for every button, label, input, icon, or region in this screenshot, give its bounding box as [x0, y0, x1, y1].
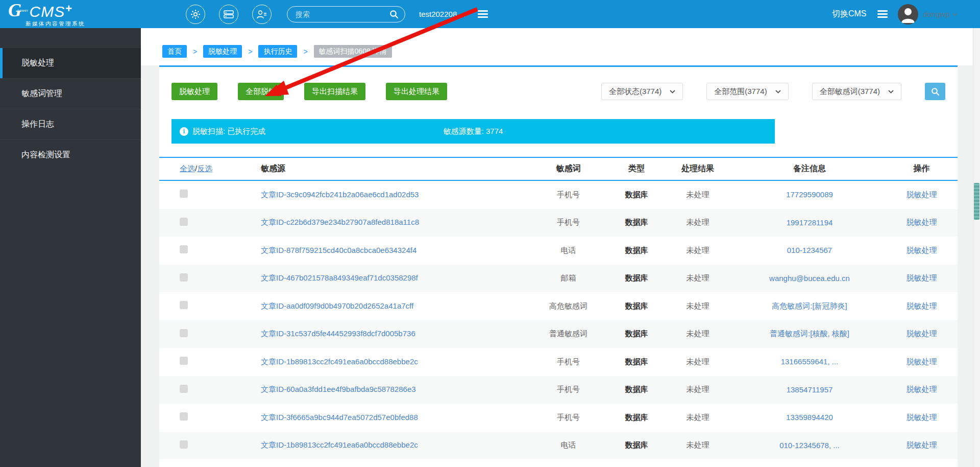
remark-link[interactable]: 13854711957: [787, 385, 833, 394]
desensitize-action-link[interactable]: 脱敏处理: [906, 385, 937, 393]
remark-link[interactable]: 010-1234567: [787, 246, 832, 254]
desensitize-action-link[interactable]: 脱敏处理: [906, 301, 937, 310]
source-link[interactable]: 文章ID-aa0df09f9d0b4970b20d2652a41a7cff: [261, 301, 413, 310]
desensitize-action-link[interactable]: 脱敏处理: [906, 246, 937, 254]
row-checkbox[interactable]: [180, 357, 188, 365]
row-checkbox[interactable]: [180, 412, 188, 421]
breadcrumb-separator: >: [193, 48, 197, 56]
switch-cms-button[interactable]: 切换CMS: [832, 9, 867, 19]
logo-plus-text: +: [65, 3, 72, 14]
desensitize-action-link[interactable]: 脱敏处理: [906, 218, 937, 226]
remark-link[interactable]: wanghu@bucea.edu.cn: [769, 274, 850, 283]
source-link[interactable]: 文章ID-467b021578a849349eaf71dc0358298f: [261, 273, 418, 282]
row-checkbox[interactable]: [180, 301, 188, 309]
sidebar-item-sensitive-words[interactable]: 敏感词管理: [0, 78, 141, 109]
col-header-action: 操作: [886, 164, 958, 174]
remark-link[interactable]: 13166559641, ...: [781, 357, 839, 366]
chevron-down-icon: [670, 90, 675, 94]
table-row: 文章ID-467b021578a849349eaf71dc0358298f 邮箱…: [159, 265, 958, 293]
remark-link[interactable]: 010-12345678, ...: [779, 441, 840, 450]
row-checkbox[interactable]: [180, 245, 188, 253]
desensitize-button[interactable]: 脱敏处理: [172, 83, 217, 100]
sidebar-item-content-detection[interactable]: 内容检测设置: [0, 139, 141, 170]
source-type-value: 数据库: [611, 301, 662, 311]
sidebar-item-label: 脱敏处理: [21, 58, 54, 68]
source-link[interactable]: 文章ID-60a0a3fdd1ee4f9bafbda9c5878286e3: [261, 385, 416, 393]
sensitive-word-value: 电话: [526, 246, 611, 255]
select-all-link[interactable]: 全选: [180, 164, 195, 173]
modules-button[interactable]: [219, 5, 238, 24]
user-avatar[interactable]: [898, 4, 918, 25]
word-filter-dropdown[interactable]: 全部敏感词(3774): [812, 83, 901, 100]
sidebar-item-desensitize[interactable]: 脱敏处理: [0, 48, 141, 78]
source-link[interactable]: 文章ID-1b89813cc2fc491ea6a0bccd88ebbe2c: [261, 357, 418, 366]
desensitize-action-link[interactable]: 脱敏处理: [906, 190, 937, 199]
search-input[interactable]: [296, 10, 389, 18]
process-result-value: 未处理: [662, 413, 733, 423]
remark-link[interactable]: 高危敏感词:[新冠肺炎]: [772, 301, 847, 310]
username-dropdown[interactable]: dongwp: [923, 10, 958, 18]
search-icon[interactable]: [389, 10, 399, 19]
username-label: dongwp: [923, 10, 950, 18]
desensitize-action-link[interactable]: 脱敏处理: [906, 273, 937, 282]
source-link[interactable]: 文章ID-31c537d5fe44452993f8dcf7d005b736: [261, 329, 415, 338]
remark-link[interactable]: 普通敏感词:[核酸, 核酸]: [770, 329, 849, 338]
remark-link[interactable]: 13359894420: [786, 413, 833, 422]
row-checkbox[interactable]: [180, 440, 188, 449]
table-row: 文章ID-1b89813cc2fc491ea6a0bccd88ebbe2c 电话…: [159, 432, 958, 460]
col-header-source: 敏感源: [255, 164, 526, 174]
settings-gear-button[interactable]: [186, 5, 205, 24]
breadcrumb-home[interactable]: 首页: [162, 45, 187, 58]
breadcrumb-exec-history[interactable]: 执行历史: [258, 45, 297, 58]
row-checkbox[interactable]: [180, 190, 188, 198]
main-menu-icon[interactable]: [877, 10, 888, 18]
table-row: 文章ID-878f759215cd40c0a8cbca0e634324f4 电话…: [159, 237, 958, 265]
sidebar-item-operation-log[interactable]: 操作日志: [0, 109, 141, 139]
status-filter-dropdown[interactable]: 全部状态(3774): [601, 83, 683, 100]
table-header-row: 全选/反选 敏感源 敏感词 类型 处理结果 备注信息 操作: [159, 158, 958, 181]
desensitize-action-link[interactable]: 脱敏处理: [906, 357, 937, 366]
source-type-value: 数据库: [611, 246, 662, 255]
source-link[interactable]: 文章ID-1b89813cc2fc491ea6a0bccd88ebbe2c: [261, 440, 418, 449]
workspace-label[interactable]: test202208 ...: [419, 10, 465, 18]
row-checkbox[interactable]: [180, 385, 188, 393]
sensitive-word-value: 高危敏感词: [526, 301, 611, 311]
export-scan-result-button[interactable]: 导出扫描结果: [304, 83, 365, 100]
sensitive-word-value: 手机号: [526, 413, 611, 423]
desensitize-action-link[interactable]: 脱敏处理: [906, 413, 937, 422]
right-gutter: [958, 65, 973, 467]
sensitive-word-value: 手机号: [526, 385, 611, 394]
desensitize-action-link[interactable]: 脱敏处理: [906, 329, 937, 338]
filter-search-button[interactable]: [925, 83, 945, 100]
app-logo[interactable]: G power CMS + 新媒体内容管理系统: [0, 1, 141, 28]
select-controls: 全选/反选: [180, 164, 255, 174]
row-checkbox[interactable]: [180, 329, 188, 337]
row-checkbox[interactable]: [180, 273, 188, 282]
remark-link[interactable]: 17729590089: [786, 190, 833, 199]
logo-subtitle: 新媒体内容管理系统: [26, 20, 141, 28]
desensitize-all-button[interactable]: 全部脱敏: [238, 83, 284, 100]
invert-select-link[interactable]: 反选: [197, 164, 212, 173]
toolbar: 脱敏处理 全部脱敏 导出扫描结果 导出处理结果 全部状态(3774) 全部范围(…: [159, 83, 958, 100]
row-checkbox[interactable]: [180, 218, 188, 226]
remark-link[interactable]: 19917281194: [787, 218, 833, 227]
scrollbar-thumb[interactable]: [974, 183, 979, 220]
sensitive-word-value: 邮箱: [526, 273, 611, 283]
workspace-menu-icon[interactable]: [478, 10, 488, 18]
process-result-value: 未处理: [662, 273, 733, 283]
table-row: 文章ID-c22b6d379e234b27907a8fed818a11c8 手机…: [159, 209, 958, 237]
breadcrumb-desensitize[interactable]: 脱敏处理: [203, 45, 242, 58]
source-link[interactable]: 文章ID-3c9c0942fcb241b2a06ae6cd1ad02d53: [261, 190, 419, 199]
vertical-scrollbar[interactable]: [973, 28, 980, 467]
source-link[interactable]: 文章ID-3f6665a9bc944d7ea5072d57e0bfed88: [261, 413, 418, 422]
col-header-result: 处理结果: [662, 164, 733, 174]
source-link[interactable]: 文章ID-c22b6d379e234b27907a8fed818a11c8: [261, 218, 419, 226]
desensitize-action-link[interactable]: 脱敏处理: [906, 440, 937, 449]
source-link[interactable]: 文章ID-878f759215cd40c0a8cbca0e634324f4: [261, 246, 416, 254]
export-process-result-button[interactable]: 导出处理结果: [386, 83, 447, 100]
table-row: 文章ID-3c9c0942fcb241b2a06ae6cd1ad02d53 手机…: [159, 181, 958, 209]
sidebar-item-label: 内容检测设置: [21, 150, 70, 160]
user-management-button[interactable]: [252, 5, 272, 24]
source-type-value: 数据库: [611, 385, 662, 394]
scope-filter-dropdown[interactable]: 全部范围(3774): [706, 83, 788, 100]
